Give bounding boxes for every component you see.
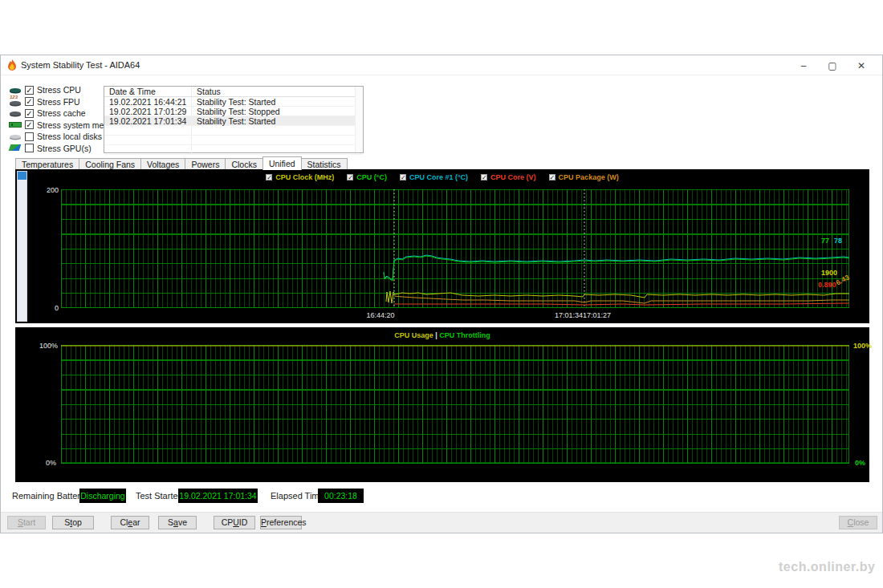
legend-item[interactable]: ✓CPU Package (W) [549,173,619,181]
legend-label: CPU Package (W) [559,173,619,181]
log-table-header: Date & Time Status [104,87,363,97]
tab-temperatures[interactable]: Temperatures [15,158,79,170]
usage-plot-area [61,345,849,464]
legend-label: CPU Core (V) [490,173,536,181]
cpuid-button[interactable]: CPUID [214,516,255,529]
usage-left-top-label: 100% [39,342,58,350]
y-axis-min-label: 0 [55,304,59,312]
table-row[interactable] [104,136,363,145]
chart-scale-slider[interactable] [17,171,27,322]
button-bar: StartStopClearSaveCPUIDPreferencesClose [1,512,882,533]
table-row[interactable]: 19.02.2021 16:44:21Stability Test: Start… [104,97,363,107]
log-status-cell: Stability Test: Started [192,97,363,107]
legend-label: CPU Clock (MHz) [275,173,334,181]
fpu-icon: 123 [9,97,22,106]
log-datetime-cell [104,126,192,135]
legend-item[interactable]: ✓CPU Core #1 (°C) [400,173,468,181]
watermark: tech.onliner.by [779,560,875,574]
legend-checkbox[interactable]: ✓ [481,174,487,180]
cpu-icon [9,86,22,95]
legend-label: CPU (°C) [356,173,387,181]
stress-option-checkbox[interactable]: ✓ [25,109,34,118]
legend-checkbox[interactable]: ✓ [549,174,555,180]
y-axis-max-label: 200 [47,186,59,194]
series-current-value-label: 78 [834,237,842,245]
flame-icon [6,59,18,71]
stress-option-label: Stress cache [37,108,86,118]
memory-icon [9,120,22,129]
close-button[interactable]: Close [839,516,877,529]
tab-cooling-fans[interactable]: Cooling Fans [79,158,141,170]
stress-option-checkbox[interactable]: ✓ [25,97,34,106]
log-table-scrollbar[interactable] [355,87,363,152]
unified-chart-panel: ✓CPU Clock (MHz)✓CPU (°C)✓CPU Core #1 (°… [15,169,869,323]
legend-checkbox[interactable]: ✓ [400,174,406,180]
series-current-value-label: 1900 [821,269,837,277]
close-window-button[interactable]: ✕ [847,55,876,75]
chart-legend: ✓CPU Clock (MHz)✓CPU (°C)✓CPU Core #1 (°… [15,173,869,181]
date-time-column-header[interactable]: Date & Time [104,87,192,96]
table-row[interactable] [104,145,363,155]
tab-powers[interactable]: Powers [185,158,226,170]
legend-checkbox[interactable]: ✓ [347,174,353,180]
maximize-button[interactable]: ▢ [818,55,847,75]
log-datetime-cell: 19.02.2021 17:01:34 [104,116,192,125]
gpu-icon [9,144,22,152]
x-axis-label-start: 16:44:20 [356,311,405,319]
stress-option-checkbox[interactable]: ✓ [25,144,34,152]
usage-title-separator: | [435,331,437,339]
tab-clocks[interactable]: Clocks [225,158,263,170]
log-datetime-cell [104,145,192,154]
save-button[interactable]: Save [158,516,197,529]
legend-item[interactable]: ✓CPU Clock (MHz) [266,173,334,181]
battery-status-badge: Discharging [79,489,126,503]
clear-button[interactable]: Clear [111,516,149,529]
chart-scale-slider-thumb[interactable] [18,172,26,180]
table-row[interactable] [104,126,363,136]
tab-unified[interactable]: Unified [262,156,302,170]
log-status-cell: Stability Test: Started [192,116,363,126]
stress-option-checkbox[interactable]: ✓ [25,132,34,141]
stress-option-label: Stress FPU [37,97,80,107]
tab-strip: TemperaturesCooling FansVoltagesPowersCl… [15,156,347,170]
stress-option-checkbox[interactable]: ✓ [25,86,34,95]
log-table[interactable]: Date & Time Status 19.02.2021 16:44:21St… [104,86,364,153]
stress-option-label: Stress CPU [37,85,81,95]
usage-chart-title: CPU Usage | CPU Throttling [15,331,869,339]
window-title: System Stability Test - AIDA64 [21,60,140,70]
usage-title-right: CPU Throttling [439,331,490,339]
stress-option-label: Stress local disks [37,132,102,141]
log-status-cell: Stability Test: Stopped [192,107,363,116]
status-column-header[interactable]: Status [192,87,363,96]
log-datetime-cell: 19.02.2021 17:01:29 [104,107,192,116]
status-row: Remaining Battery: Discharging Test Star… [1,489,882,505]
log-datetime-cell: 19.02.2021 16:44:21 [104,97,192,106]
battery-label: Remaining Battery: [12,491,87,501]
stress-option-label: Stress GPU(s) [37,144,92,153]
usage-left-bottom-label: 0% [46,459,56,467]
unified-plot-area [61,189,849,308]
titlebar: System Stability Test - AIDA64 – ▢ ✕ [1,55,882,75]
tab-statistics[interactable]: Statistics [301,158,348,170]
legend-item[interactable]: ✓CPU Core (V) [481,173,536,181]
table-row[interactable]: 19.02.2021 17:01:34Stability Test: Start… [104,116,363,126]
legend-item[interactable]: ✓CPU (°C) [347,173,387,181]
stress-option-checkbox[interactable]: ✓ [25,120,34,129]
preferences-button[interactable]: Preferences [260,516,302,529]
log-datetime-cell [104,136,192,144]
elapsed-time-value: 00:23:18 [318,489,364,503]
usage-right-bottom-label: 0% [855,459,865,467]
test-started-value: 19.02.2021 17:01:34 [178,489,258,503]
table-row[interactable]: 19.02.2021 17:01:29Stability Test: Stopp… [104,107,363,116]
legend-label: CPU Core #1 (°C) [409,173,468,181]
usage-chart-panel: CPU Usage | CPU Throttling 100% 0% 100% … [15,327,869,482]
disk-icon [9,132,22,141]
start-button[interactable]: Start [7,516,46,529]
series-current-value-label: 0.890 [818,281,836,289]
series-current-value-label: 77 [821,237,829,245]
legend-checkbox[interactable]: ✓ [266,174,272,180]
log-table-body: 19.02.2021 16:44:21Stability Test: Start… [104,97,363,155]
tab-voltages[interactable]: Voltages [140,158,185,170]
minimize-button[interactable]: – [789,55,818,75]
stop-button[interactable]: Stop [52,516,94,529]
